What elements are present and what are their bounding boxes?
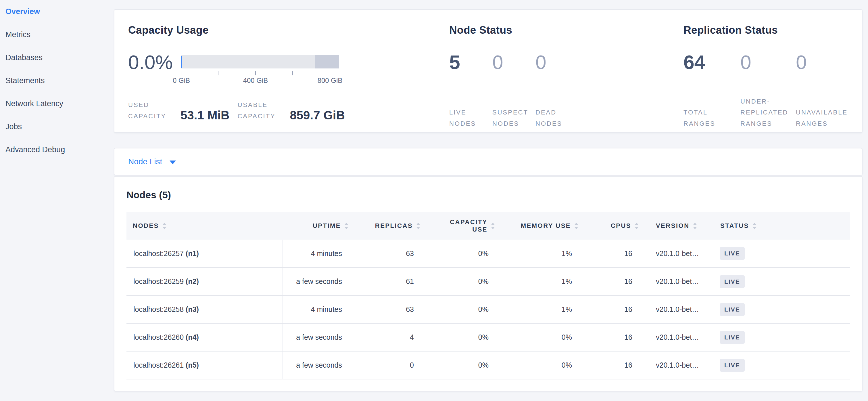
node-id: (n5) xyxy=(186,361,199,369)
live-nodes-label: Live Nodes xyxy=(449,107,487,129)
capacity-use-cell: 0% xyxy=(427,295,501,323)
suspect-nodes-label: Suspect Nodes xyxy=(492,107,530,129)
usable-capacity-label: Usable Capacity xyxy=(238,99,287,122)
used-capacity-label: Used Capacity xyxy=(128,99,178,122)
column-header-memory-use-label: Memory Use xyxy=(521,222,571,230)
replication-status-title: Replication Status xyxy=(683,24,862,36)
total-ranges-stat: 64 Total Ranges xyxy=(683,52,740,129)
nodes-heading: Nodes (5) xyxy=(126,189,850,200)
replicas-cell: 4 xyxy=(355,323,427,351)
status-badge: LIVE xyxy=(720,359,745,372)
node-address: localhost:26261 xyxy=(133,361,184,369)
node-address-link[interactable]: localhost:26260 (n4) xyxy=(133,333,199,341)
node-id: (n3) xyxy=(186,305,199,313)
nodes-table-header-row: Nodes Uptime Replicas Capacity Use Memor xyxy=(126,212,850,239)
sidebar-item-databases[interactable]: Databases xyxy=(0,46,114,69)
node-address: localhost:26258 xyxy=(133,305,184,313)
total-ranges-label: Total Ranges xyxy=(683,107,724,129)
table-row-node-n1: localhost:26257 (n1) 4 minutes 63 0% 1% … xyxy=(126,239,850,267)
sort-icon xyxy=(416,223,420,229)
column-header-capacity-use[interactable]: Capacity Use xyxy=(427,212,501,239)
dead-nodes-value: 0 xyxy=(535,52,582,72)
capacity-gauge-ticks xyxy=(181,68,339,75)
table-row-node-n5: localhost:26261 (n5) a few seconds 0 0% … xyxy=(126,351,850,379)
axis-label-400gib: 400 GiB xyxy=(243,77,268,85)
capacity-usage-section: Capacity Usage 0.0% 0 GiB 400 Gi xyxy=(128,24,449,132)
status-badge: LIVE xyxy=(720,331,745,344)
sort-icon xyxy=(693,223,697,229)
capacity-use-cell: 0% xyxy=(427,239,501,267)
used-capacity-stat: Used Capacity 53.1 MiB xyxy=(128,99,229,122)
sidebar: Overview Metrics Databases Statements Ne… xyxy=(0,0,114,401)
dead-nodes-label: Dead Nodes xyxy=(535,107,573,129)
page: Overview Metrics Databases Statements Ne… xyxy=(0,0,868,401)
version-cell: v20.1.0-bet… xyxy=(645,267,714,295)
replication-stats: 64 Total Ranges 0 Under-Replicated Range… xyxy=(683,52,862,129)
cluster-summary-panel: Capacity Usage 0.0% 0 GiB 400 Gi xyxy=(114,9,863,133)
memory-use-cell: 1% xyxy=(501,239,585,267)
chevron-down-icon xyxy=(169,161,176,164)
sort-icon xyxy=(752,223,756,229)
sidebar-item-statements[interactable]: Statements xyxy=(0,69,114,92)
sidebar-item-metrics[interactable]: Metrics xyxy=(0,23,114,46)
total-ranges-value: 64 xyxy=(683,52,740,72)
node-address: localhost:26260 xyxy=(133,333,184,341)
version-cell: v20.1.0-bet… xyxy=(645,351,714,379)
uptime-cell: 4 minutes xyxy=(283,295,355,323)
version-cell: v20.1.0-bet… xyxy=(645,295,714,323)
column-header-cpus[interactable]: CPUs xyxy=(585,212,645,239)
node-id: (n2) xyxy=(186,277,199,285)
table-row-node-n2: localhost:26259 (n2) a few seconds 61 0%… xyxy=(126,267,850,295)
column-header-replicas[interactable]: Replicas xyxy=(355,212,427,239)
memory-use-cell: 1% xyxy=(501,295,585,323)
cpus-cell: 16 xyxy=(585,351,645,379)
capacity-gauge-chart: 0 GiB 400 GiB 800 GiB xyxy=(181,55,339,85)
axis-label-800gib: 800 GiB xyxy=(318,77,343,85)
live-nodes-stat: 5 Live Nodes xyxy=(449,52,492,129)
under-replicated-ranges-stat: 0 Under-Replicated Ranges xyxy=(740,52,796,129)
version-cell: v20.1.0-bet… xyxy=(645,323,714,351)
column-header-memory-use[interactable]: Memory Use xyxy=(501,212,585,239)
sort-icon xyxy=(162,223,166,229)
node-address-link[interactable]: localhost:26259 (n2) xyxy=(133,277,199,285)
capacity-use-cell: 0% xyxy=(427,323,501,351)
replicas-cell: 63 xyxy=(355,295,427,323)
cpus-cell: 16 xyxy=(585,267,645,295)
replicas-cell: 63 xyxy=(355,239,427,267)
column-header-replicas-label: Replicas xyxy=(375,222,413,230)
capacity-stats: Used Capacity 53.1 MiB Usable Capacity 8… xyxy=(128,99,449,122)
suspect-nodes-value: 0 xyxy=(492,52,535,72)
sidebar-item-advanced-debug[interactable]: Advanced Debug xyxy=(0,138,114,161)
uptime-cell: a few seconds xyxy=(283,267,355,295)
table-row-node-n3: localhost:26258 (n3) 4 minutes 63 0% 1% … xyxy=(126,295,850,323)
status-badge: LIVE xyxy=(720,275,745,288)
node-address: localhost:26257 xyxy=(133,250,184,257)
status-badge: LIVE xyxy=(720,303,745,316)
replicas-cell: 0 xyxy=(355,351,427,379)
node-address-link[interactable]: localhost:26258 (n3) xyxy=(133,305,199,313)
sidebar-item-network-latency[interactable]: Network Latency xyxy=(0,92,114,115)
unavailable-ranges-value: 0 xyxy=(796,52,862,72)
sort-icon xyxy=(491,223,495,229)
under-replicated-ranges-label: Under-Replicated Ranges xyxy=(740,96,792,130)
sidebar-item-jobs[interactable]: Jobs xyxy=(0,115,114,138)
capacity-gauge: 0.0% 0 GiB 400 GiB 800 GiB xyxy=(128,52,449,85)
column-header-uptime[interactable]: Uptime xyxy=(283,212,355,239)
uptime-cell: a few seconds xyxy=(283,351,355,379)
live-nodes-value: 5 xyxy=(449,52,492,72)
column-header-cpus-label: CPUs xyxy=(611,222,631,230)
node-list-dropdown[interactable]: Node List xyxy=(128,157,176,166)
node-status-stats: 5 Live Nodes 0 Suspect Nodes 0 Dead Node… xyxy=(449,52,683,129)
column-header-nodes[interactable]: Nodes xyxy=(126,212,283,239)
column-header-status[interactable]: Status xyxy=(714,212,850,239)
sort-icon xyxy=(574,223,578,229)
capacity-gauge-used-marker xyxy=(181,56,182,68)
node-address-link[interactable]: localhost:26261 (n5) xyxy=(133,361,199,369)
capacity-use-cell: 0% xyxy=(427,351,501,379)
node-address-link[interactable]: localhost:26257 (n1) xyxy=(133,250,199,257)
column-header-version[interactable]: Version xyxy=(645,212,714,239)
nodes-table: Nodes Uptime Replicas Capacity Use Memor xyxy=(126,212,850,379)
column-header-version-label: Version xyxy=(656,222,689,230)
sort-icon xyxy=(634,223,639,229)
sidebar-item-overview[interactable]: Overview xyxy=(0,0,114,23)
